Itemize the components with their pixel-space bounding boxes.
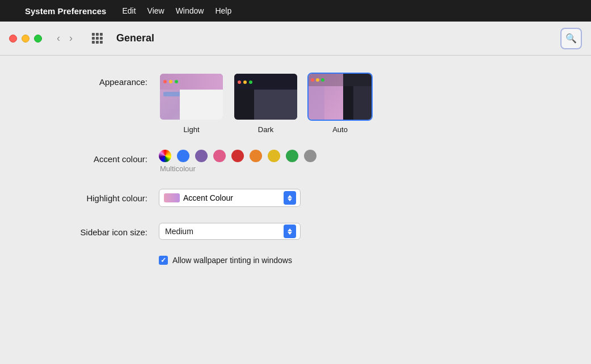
accent-orange-swatch[interactable] (250, 150, 262, 162)
page-title: General (116, 32, 154, 44)
nav-buttons: ‹ › (53, 30, 76, 46)
close-button[interactable] (9, 35, 17, 43)
minimize-button[interactable] (22, 35, 29, 43)
accent-blue-swatch[interactable] (177, 150, 189, 162)
appearance-dark-label: Dark (258, 125, 273, 134)
appearance-auto-option[interactable]: Auto (307, 73, 373, 134)
accent-multicolour-swatch[interactable] (159, 150, 171, 162)
accent-purple-swatch[interactable] (195, 150, 208, 162)
back-button[interactable]: ‹ (53, 30, 64, 46)
highlight-colour-setting-row: Highlight colour: Accent Colour (34, 189, 557, 207)
menu-window[interactable]: Window (176, 6, 204, 15)
accent-colour-label: Accent colour: (34, 150, 147, 164)
accent-pink-swatch[interactable] (213, 150, 226, 162)
accent-selected-label: Multicolour (160, 164, 316, 173)
maximize-button[interactable] (34, 35, 42, 43)
accent-graphite-swatch[interactable] (304, 150, 316, 162)
search-icon: 🔍 (565, 33, 577, 44)
sidebar-icon-size-label: Sidebar icon size: (34, 223, 147, 237)
appearance-label: Appearance: (34, 73, 147, 87)
highlight-colour-select-wrapper: Accent Colour (159, 189, 301, 207)
menu-edit[interactable]: Edit (122, 6, 136, 15)
highlight-colour-value: Accent Colour (183, 193, 300, 202)
appearance-light-label: Light (183, 125, 199, 134)
app-name: System Preferences (25, 6, 106, 16)
accent-yellow-swatch[interactable] (268, 150, 280, 162)
highlight-colour-display[interactable]: Accent Colour (159, 189, 301, 207)
highlight-colour-label: Highlight colour: (34, 189, 147, 203)
search-button[interactable]: 🔍 (560, 28, 582, 49)
menu-items: Edit View Window Help (122, 6, 231, 15)
accent-green-swatch[interactable] (286, 150, 298, 162)
menu-bar: System Preferences Edit View Window Help (0, 0, 591, 22)
forward-button[interactable]: › (66, 30, 76, 46)
traffic-lights (9, 35, 42, 43)
sidebar-icon-size-select-wrapper: Small Medium Large (159, 223, 301, 240)
accent-colour-setting-row: Accent colour: Multicolour (34, 150, 557, 173)
accent-swatches (159, 150, 316, 162)
appearance-dark-preview (233, 73, 298, 121)
menu-view[interactable]: View (147, 6, 164, 15)
checkmark-icon: ✓ (161, 257, 166, 264)
all-preferences-button[interactable] (87, 31, 107, 46)
appearance-setting-row: Appearance: Light (34, 73, 557, 134)
appearance-light-preview (159, 73, 224, 121)
menu-help[interactable]: Help (215, 6, 231, 15)
accent-colour-options: Multicolour (159, 150, 316, 173)
accent-red-swatch[interactable] (231, 150, 244, 162)
wallpaper-tinting-checkbox-row: ✓ Allow wallpaper tinting in windows (159, 256, 292, 265)
appearance-cards: Light (159, 73, 373, 134)
toolbar: ‹ › General 🔍 (0, 22, 591, 56)
main-content: Appearance: Light (0, 56, 591, 364)
wallpaper-tinting-row: ✓ Allow wallpaper tinting in windows (34, 256, 557, 265)
appearance-light-option[interactable]: Light (159, 73, 224, 134)
appearance-dark-option[interactable]: Dark (233, 73, 298, 134)
sidebar-icon-size-select[interactable]: Small Medium Large (159, 223, 301, 240)
appearance-auto-label: Auto (332, 125, 348, 134)
wallpaper-tinting-label: Allow wallpaper tinting in windows (172, 256, 292, 265)
appearance-auto-preview (307, 73, 373, 121)
sidebar-icon-size-setting-row: Sidebar icon size: Small Medium Large (34, 223, 557, 240)
wallpaper-tinting-checkbox[interactable]: ✓ (159, 256, 168, 265)
highlight-colour-preview (164, 193, 180, 202)
grid-icon (92, 33, 103, 44)
